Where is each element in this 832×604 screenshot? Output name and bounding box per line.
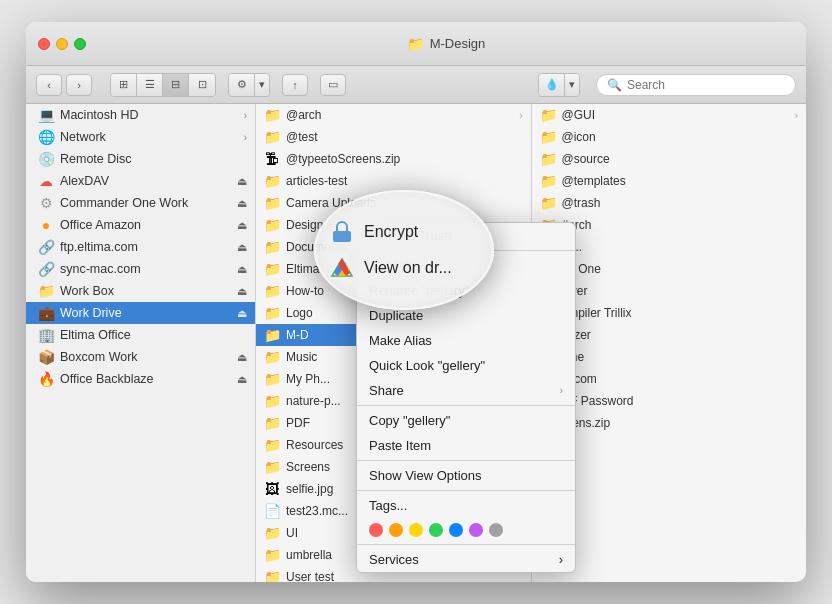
- file-item[interactable]: 📁 Camera Uploads: [256, 192, 531, 214]
- sidebar: 💻 Macintosh HD › 🌐 Network › 💿 Remote Di…: [26, 104, 256, 582]
- minimize-button[interactable]: [56, 38, 68, 50]
- search-input[interactable]: [627, 78, 785, 92]
- services-item[interactable]: Services ›: [357, 547, 575, 572]
- tag-blue[interactable]: [449, 523, 463, 537]
- sidebar-item-work-drive[interactable]: 💼 Work Drive ⏏: [26, 302, 255, 324]
- search-box: 🔍: [596, 74, 796, 96]
- share-item[interactable]: Share ›: [357, 378, 575, 403]
- sidebar-arrow: ›: [244, 110, 247, 121]
- get-info-item[interactable]: Get Info: [357, 253, 575, 278]
- back-button[interactable]: ‹: [36, 74, 62, 96]
- paste-item[interactable]: Paste Item: [357, 433, 575, 458]
- view-options-label: Show View Options: [369, 468, 482, 483]
- column-view-button[interactable]: ⊟: [163, 74, 189, 96]
- show-view-options-item[interactable]: Show View Options: [357, 463, 575, 488]
- icon-view-button[interactable]: ⊞: [111, 74, 137, 96]
- eject-icon: ⏏: [237, 307, 247, 320]
- file-item[interactable]: 📁 @source: [532, 148, 807, 170]
- eject-icon: ⏏: [237, 241, 247, 254]
- eject-icon: ⏏: [237, 263, 247, 276]
- dropdown-arrow[interactable]: ▾: [255, 74, 269, 96]
- folder-icon: 📁: [264, 459, 280, 475]
- sidebar-item-work-box[interactable]: 📁 Work Box ⏏: [26, 280, 255, 302]
- tag-purple[interactable]: [469, 523, 483, 537]
- maximize-button[interactable]: [74, 38, 86, 50]
- folder-icon: 📁: [264, 437, 280, 453]
- tags-item[interactable]: Tags...: [357, 493, 575, 518]
- network-icon: 🌐: [38, 129, 54, 145]
- sidebar-item-alexdav[interactable]: ☁ AlexDAV ⏏: [26, 170, 255, 192]
- action-group: ⚙ ▾: [228, 73, 270, 97]
- file-icon: 📄: [264, 503, 280, 519]
- separator: [357, 490, 575, 491]
- folder-icon: 📁: [264, 239, 280, 255]
- sidebar-item-ftp-eltima[interactable]: 🔗 ftp.eltima.com ⏏: [26, 236, 255, 258]
- sidebar-item-boxcom-work[interactable]: 📦 Boxcom Work ⏏: [26, 346, 255, 368]
- sidebar-item-sync-mac[interactable]: 🔗 sync-mac.com ⏏: [26, 258, 255, 280]
- eltima-icon: 🏢: [38, 327, 54, 343]
- eject-icon: ⏏: [237, 285, 247, 298]
- tag-green[interactable]: [429, 523, 443, 537]
- quick-look-item[interactable]: Quick Look "gellery": [357, 353, 575, 378]
- separator: [357, 544, 575, 545]
- duplicate-item[interactable]: Duplicate: [357, 303, 575, 328]
- backblaze-icon: 🔥: [38, 371, 54, 387]
- titlebar: 📁 M-Design: [26, 22, 806, 66]
- forward-button[interactable]: ›: [66, 74, 92, 96]
- traffic-lights: [38, 38, 86, 50]
- folder-icon: 📁: [540, 151, 556, 167]
- folder-icon: 📁: [264, 327, 280, 343]
- sidebar-item-macintosh-hd[interactable]: 💻 Macintosh HD ›: [26, 104, 255, 126]
- tag-orange[interactable]: [389, 523, 403, 537]
- separator: [357, 250, 575, 251]
- action-button[interactable]: ↑: [282, 74, 308, 96]
- sidebar-item-office-backblaze[interactable]: 🔥 Office Backblaze ⏏: [26, 368, 255, 390]
- move-to-trash-item[interactable]: Move to Trash: [357, 223, 575, 248]
- file-item[interactable]: 📁 @arch ›: [256, 104, 531, 126]
- paste-label: Paste Item: [369, 438, 431, 453]
- folder-icon: 📁: [264, 129, 280, 145]
- ftp-icon: 🔗: [38, 239, 54, 255]
- folder-icon: 📁: [264, 261, 280, 277]
- file-item[interactable]: 📁 @templates: [532, 170, 807, 192]
- image-icon: 🖼: [264, 481, 280, 497]
- sidebar-arrow: ›: [244, 132, 247, 143]
- file-item[interactable]: 📁 @icon: [532, 126, 807, 148]
- folder-icon: 📁: [264, 283, 280, 299]
- list-view-button[interactable]: ☰: [137, 74, 163, 96]
- view-options-button[interactable]: ⚙: [229, 74, 255, 96]
- tag-gray[interactable]: [489, 523, 503, 537]
- move-to-trash-label: Move to Trash: [369, 228, 451, 243]
- dropbox-arrow[interactable]: ▾: [565, 74, 579, 96]
- tag-red[interactable]: [369, 523, 383, 537]
- amazon-icon: ●: [38, 217, 54, 233]
- copy-item[interactable]: Copy "gellery": [357, 408, 575, 433]
- window-title: 📁 M-Design: [98, 36, 794, 52]
- gallery-view-button[interactable]: ⊡: [189, 74, 215, 96]
- sidebar-item-eltima-office[interactable]: 🏢 Eltima Office: [26, 324, 255, 346]
- make-alias-item[interactable]: Make Alias: [357, 328, 575, 353]
- file-item[interactable]: 📁 @trash: [532, 192, 807, 214]
- sidebar-item-commander-one-work[interactable]: ⚙ Commander One Work ⏏: [26, 192, 255, 214]
- folder-icon: 📁: [264, 107, 280, 123]
- folder-icon: 📁: [264, 173, 280, 189]
- file-item[interactable]: 📁 articles-test: [256, 170, 531, 192]
- folder-icon: 📁: [540, 173, 556, 189]
- arrow-icon: ›: [519, 110, 522, 121]
- dropbox-group: 💧 ▾: [538, 73, 580, 97]
- close-button[interactable]: [38, 38, 50, 50]
- file-item[interactable]: 📁 @test: [256, 126, 531, 148]
- file-item[interactable]: 🗜 @typeetoScreens.zip: [256, 148, 531, 170]
- file-item[interactable]: 📁 @GUI ›: [532, 104, 807, 126]
- rename-label: Rename "gellery": [369, 283, 469, 298]
- folder-icon: 📁: [540, 195, 556, 211]
- eject-icon: ⏏: [237, 219, 247, 232]
- rename-item[interactable]: Rename "gellery": [357, 278, 575, 303]
- zip-icon: 🗜: [264, 151, 280, 167]
- sidebar-item-office-amazon[interactable]: ● Office Amazon ⏏: [26, 214, 255, 236]
- dropbox-button[interactable]: 💧: [539, 74, 565, 96]
- sidebar-item-remote-disc[interactable]: 💿 Remote Disc: [26, 148, 255, 170]
- tag-yellow[interactable]: [409, 523, 423, 537]
- badge-button[interactable]: ▭: [320, 74, 346, 96]
- sidebar-item-network[interactable]: 🌐 Network ›: [26, 126, 255, 148]
